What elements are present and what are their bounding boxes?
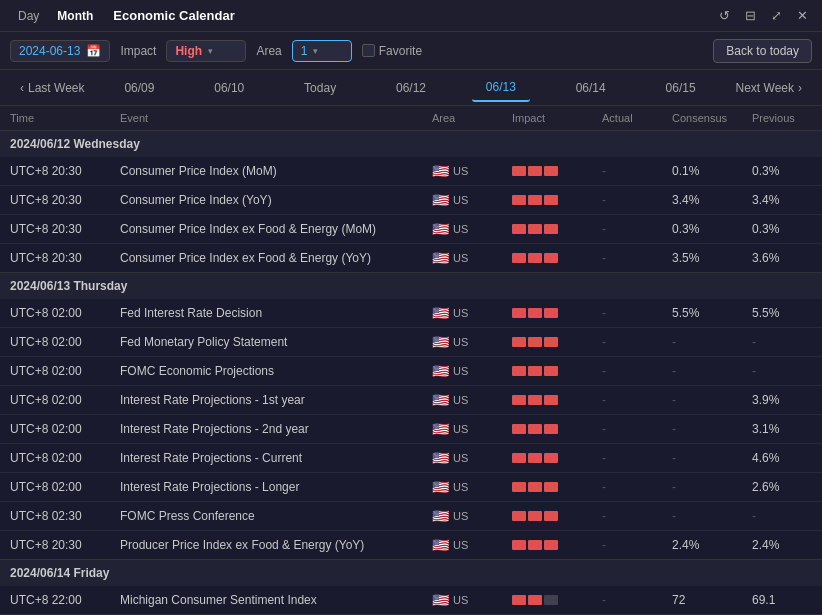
consensus-cell: - bbox=[662, 502, 742, 531]
impact-cell bbox=[502, 444, 592, 473]
calendar-icon: 📅 bbox=[86, 44, 101, 58]
actual-cell: - bbox=[592, 186, 662, 215]
consensus-cell: 3.4% bbox=[662, 186, 742, 215]
nav-day-0615[interactable]: 06/15 bbox=[652, 75, 710, 101]
impact-cell bbox=[502, 215, 592, 244]
time-cell: UTC+8 20:30 bbox=[0, 244, 110, 273]
actual-cell: - bbox=[592, 386, 662, 415]
tab-month[interactable]: Month bbox=[49, 7, 101, 25]
table-row[interactable]: UTC+8 22:00 Michigan Consumer Sentiment … bbox=[0, 586, 822, 615]
impact-value: High bbox=[175, 44, 202, 58]
refresh-icon[interactable]: ↺ bbox=[714, 6, 734, 26]
table-row[interactable]: UTC+8 02:00 Fed Interest Rate Decision 🇺… bbox=[0, 299, 822, 328]
area-cell: 🇺🇸 US bbox=[422, 299, 502, 328]
area-cell: 🇺🇸 US bbox=[422, 473, 502, 502]
event-cell: FOMC Press Conference bbox=[110, 502, 422, 531]
area-cell: 🇺🇸 US bbox=[422, 586, 502, 615]
actual-cell: - bbox=[592, 244, 662, 273]
flag-icon: 🇺🇸 bbox=[432, 592, 449, 608]
event-cell: Consumer Price Index ex Food & Energy (M… bbox=[110, 215, 422, 244]
event-cell: Interest Rate Projections - 2nd year bbox=[110, 415, 422, 444]
actual-cell: - bbox=[592, 328, 662, 357]
time-cell: UTC+8 22:00 bbox=[0, 586, 110, 615]
favorite-label: Favorite bbox=[379, 44, 422, 58]
table-row[interactable]: UTC+8 02:00 Interest Rate Projections - … bbox=[0, 386, 822, 415]
table-row[interactable]: UTC+8 02:00 Interest Rate Projections - … bbox=[0, 473, 822, 502]
actual-cell: - bbox=[592, 444, 662, 473]
table-row[interactable]: UTC+8 20:30 Consumer Price Index (MoM) 🇺… bbox=[0, 157, 822, 186]
table-row[interactable]: UTC+8 20:30 Producer Price Index ex Food… bbox=[0, 531, 822, 560]
economic-calendar-table: Time Event Area Impact Actual Consensus … bbox=[0, 106, 822, 615]
previous-cell: 5.5% bbox=[742, 299, 822, 328]
event-cell: Fed Interest Rate Decision bbox=[110, 299, 422, 328]
impact-select[interactable]: High ▾ bbox=[166, 40, 246, 62]
area-text: US bbox=[453, 165, 468, 177]
impact-cell bbox=[502, 244, 592, 273]
previous-cell: - bbox=[742, 502, 822, 531]
actual-cell: - bbox=[592, 357, 662, 386]
event-cell: Fed Monetary Policy Statement bbox=[110, 328, 422, 357]
consensus-cell: 0.3% bbox=[662, 215, 742, 244]
nav-day-0609[interactable]: 06/09 bbox=[110, 75, 168, 101]
area-text: US bbox=[453, 223, 468, 235]
back-today-button[interactable]: Back to today bbox=[713, 39, 812, 63]
tab-day[interactable]: Day bbox=[10, 7, 47, 25]
area-select[interactable]: 1 ▾ bbox=[292, 40, 352, 62]
table-row[interactable]: UTC+8 20:30 Consumer Price Index (YoY) 🇺… bbox=[0, 186, 822, 215]
area-cell: 🇺🇸 US bbox=[422, 386, 502, 415]
area-text: US bbox=[453, 481, 468, 493]
section-header-0: 2024/06/12 Wednesday bbox=[0, 131, 822, 158]
consensus-cell: - bbox=[662, 386, 742, 415]
nav-bar: ‹ Last Week 06/09 06/10 Today 06/12 06/1… bbox=[0, 70, 822, 106]
flag-icon: 🇺🇸 bbox=[432, 221, 449, 237]
table-row[interactable]: UTC+8 02:30 FOMC Press Conference 🇺🇸 US … bbox=[0, 502, 822, 531]
next-week-button[interactable]: Next Week › bbox=[726, 75, 812, 101]
event-cell: FOMC Economic Projections bbox=[110, 357, 422, 386]
prev-week-button[interactable]: ‹ Last Week bbox=[10, 75, 94, 101]
actual-cell: - bbox=[592, 157, 662, 186]
top-bar: Day Month Economic Calendar ↺ ⊟ ⤢ ✕ bbox=[0, 0, 822, 32]
event-cell: Michigan Consumer Sentiment Index bbox=[110, 586, 422, 615]
area-cell: 🇺🇸 US bbox=[422, 502, 502, 531]
checkbox-box[interactable] bbox=[362, 44, 375, 57]
favorite-checkbox[interactable]: Favorite bbox=[362, 44, 422, 58]
table-row[interactable]: UTC+8 02:00 Interest Rate Projections - … bbox=[0, 415, 822, 444]
layout-icon[interactable]: ⊟ bbox=[740, 6, 760, 26]
area-text: US bbox=[453, 594, 468, 606]
consensus-cell: 2.4% bbox=[662, 531, 742, 560]
flag-icon: 🇺🇸 bbox=[432, 450, 449, 466]
event-cell: Interest Rate Projections - 1st year bbox=[110, 386, 422, 415]
nav-day-0614[interactable]: 06/14 bbox=[562, 75, 620, 101]
next-label: Next Week bbox=[736, 81, 794, 95]
impact-cell bbox=[502, 473, 592, 502]
table-row[interactable]: UTC+8 02:00 FOMC Economic Projections 🇺🇸… bbox=[0, 357, 822, 386]
close-icon[interactable]: ✕ bbox=[792, 6, 812, 26]
table-container: Time Event Area Impact Actual Consensus … bbox=[0, 106, 822, 615]
previous-cell: 4.6% bbox=[742, 444, 822, 473]
nav-day-today[interactable]: Today bbox=[290, 75, 350, 101]
impact-cell bbox=[502, 502, 592, 531]
time-cell: UTC+8 02:00 bbox=[0, 299, 110, 328]
table-row[interactable]: UTC+8 20:30 Consumer Price Index ex Food… bbox=[0, 244, 822, 273]
area-label: Area bbox=[256, 44, 281, 58]
consensus-cell: - bbox=[662, 415, 742, 444]
previous-cell: 0.3% bbox=[742, 157, 822, 186]
nav-day-0612[interactable]: 06/12 bbox=[382, 75, 440, 101]
consensus-cell: 0.1% bbox=[662, 157, 742, 186]
flag-icon: 🇺🇸 bbox=[432, 305, 449, 321]
impact-cell bbox=[502, 357, 592, 386]
area-text: US bbox=[453, 452, 468, 464]
table-row[interactable]: UTC+8 02:00 Interest Rate Projections - … bbox=[0, 444, 822, 473]
external-icon[interactable]: ⤢ bbox=[766, 6, 786, 26]
table-row[interactable]: UTC+8 20:30 Consumer Price Index ex Food… bbox=[0, 215, 822, 244]
nav-day-0610[interactable]: 06/10 bbox=[200, 75, 258, 101]
area-cell: 🇺🇸 US bbox=[422, 357, 502, 386]
date-picker[interactable]: 2024-06-13 📅 bbox=[10, 40, 110, 62]
nav-day-0613[interactable]: 06/13 bbox=[472, 74, 530, 102]
table-row[interactable]: UTC+8 02:00 Fed Monetary Policy Statemen… bbox=[0, 328, 822, 357]
time-cell: UTC+8 02:00 bbox=[0, 328, 110, 357]
col-header-impact: Impact bbox=[502, 106, 592, 131]
area-cell: 🇺🇸 US bbox=[422, 415, 502, 444]
consensus-cell: 5.5% bbox=[662, 299, 742, 328]
previous-cell: - bbox=[742, 357, 822, 386]
